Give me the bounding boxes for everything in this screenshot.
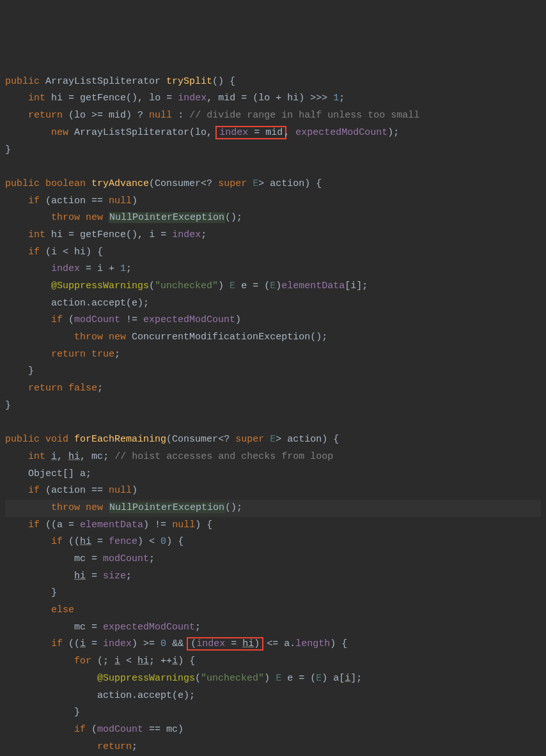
var-e: e	[178, 690, 183, 701]
literal-1: 1	[333, 93, 339, 104]
var-mid: mid	[218, 93, 235, 104]
comment-hoist: // hoist accesses and checks from loop	[114, 451, 333, 462]
call-accept: accept	[137, 690, 172, 701]
keyword-if: if	[28, 196, 40, 206]
var-hi: hi	[51, 229, 63, 240]
field-index: index	[196, 638, 225, 649]
var-i: i	[51, 247, 57, 258]
literal-0: 0	[160, 638, 166, 649]
keyword-else: else	[51, 605, 74, 615]
type-e: E	[230, 281, 235, 291]
keyword-super: super	[218, 178, 247, 189]
var-a: a	[284, 638, 290, 649]
keyword-return: return	[97, 741, 132, 752]
keyword-public: public	[5, 76, 40, 87]
keyword-void: void	[45, 434, 68, 445]
var-e: e	[287, 673, 293, 684]
field-index: index	[178, 93, 207, 104]
keyword-boolean: boolean	[45, 178, 86, 189]
var-a: a	[80, 468, 86, 479]
type-e: E	[316, 673, 322, 684]
field-modcount: modCount	[74, 314, 120, 325]
var-hi: hi	[68, 451, 80, 462]
var-hi: hi	[74, 247, 86, 258]
keyword-new: new	[51, 127, 68, 138]
call-getfence: getFence	[80, 93, 126, 104]
var-mc: mc	[74, 622, 86, 633]
var-action: action	[51, 485, 86, 496]
keyword-super: super	[235, 434, 264, 445]
keyword-new: new	[109, 332, 126, 343]
var-mc: mc	[74, 553, 86, 564]
type-arraylistspliterator: ArrayListSpliterator	[74, 127, 189, 138]
call-getfence: getFence	[80, 229, 126, 240]
var-i: i	[97, 263, 103, 274]
keyword-int: int	[28, 451, 45, 462]
annotation-suppress: @SuppressWarnings	[51, 281, 149, 291]
keyword-new: new	[86, 212, 103, 223]
var-i: i	[350, 281, 356, 291]
field-modcount: modCount	[97, 724, 143, 735]
method-foreachremaining: forEachRemaining	[74, 434, 166, 445]
field-index: index	[219, 127, 248, 138]
var-i: i	[51, 451, 57, 462]
keyword-int: int	[28, 229, 45, 240]
var-action: action	[51, 298, 86, 309]
type-cme: ConcurrentModificationException	[132, 332, 310, 343]
field-index: index	[103, 638, 132, 649]
var-i: i	[149, 229, 155, 240]
keyword-null: null	[109, 485, 132, 496]
keyword-throw: throw	[51, 502, 80, 513]
keyword-return: return	[28, 383, 63, 394]
keyword-int: int	[28, 93, 45, 104]
type-e: E	[276, 673, 281, 684]
field-modcount: modCount	[103, 553, 149, 564]
field-elementdata: elementData	[281, 281, 345, 291]
var-a: a	[333, 673, 339, 684]
var-lo: lo	[74, 110, 86, 121]
keyword-return: return	[51, 349, 86, 360]
var-mid: mid	[109, 110, 126, 121]
highlight-box-2: (index = hi)	[187, 637, 263, 651]
field-fence: fence	[109, 536, 137, 547]
var-lo: lo	[149, 93, 160, 104]
var-mid: mid	[265, 127, 283, 138]
annotation-suppress: @SuppressWarnings	[97, 673, 195, 684]
highlight-box-1: index = mid	[215, 126, 286, 139]
var-mc: mc	[166, 724, 178, 735]
var-hi: hi	[137, 656, 149, 667]
field-length: length	[295, 638, 330, 649]
field-expectedmodcount: expectedModCount	[295, 127, 387, 138]
var-mc: mc	[91, 451, 103, 462]
keyword-null: null	[109, 196, 132, 206]
var-action: action	[97, 690, 132, 701]
var-hi: hi	[242, 638, 254, 649]
var-i: i	[345, 673, 350, 684]
var-e: e	[132, 298, 137, 309]
type-consumer: Consumer	[155, 178, 201, 189]
field-index: index	[172, 229, 201, 240]
keyword-new: new	[86, 502, 103, 513]
var-hi: hi	[80, 536, 91, 547]
method-trysplit: trySplit	[166, 76, 212, 87]
field-index: index	[51, 263, 80, 274]
var-i: i	[172, 656, 178, 667]
method-tryadvance: tryAdvance	[91, 178, 149, 189]
keyword-if: if	[28, 485, 40, 496]
type-npe: NullPointerException	[109, 502, 225, 513]
var-lo: lo	[195, 127, 207, 138]
keyword-for: for	[74, 656, 91, 667]
var-hi: hi	[51, 93, 63, 104]
field-elementdata: elementData	[80, 520, 143, 530]
type-object: Object	[28, 468, 63, 479]
keyword-return: return	[28, 110, 63, 121]
type-npe: NullPointerException	[109, 212, 225, 223]
type-arraylistspliterator: ArrayListSpliterator	[45, 76, 160, 87]
param-action: action	[287, 434, 322, 445]
current-line-highlight: throw new NullPointerException();	[5, 500, 541, 517]
code-editor[interactable]: public ArrayListSpliterator trySplit() {…	[5, 73, 541, 756]
keyword-if: if	[51, 638, 63, 649]
var-i: i	[114, 656, 120, 667]
keyword-if: if	[28, 520, 40, 530]
string-unchecked: "unchecked"	[155, 281, 218, 291]
